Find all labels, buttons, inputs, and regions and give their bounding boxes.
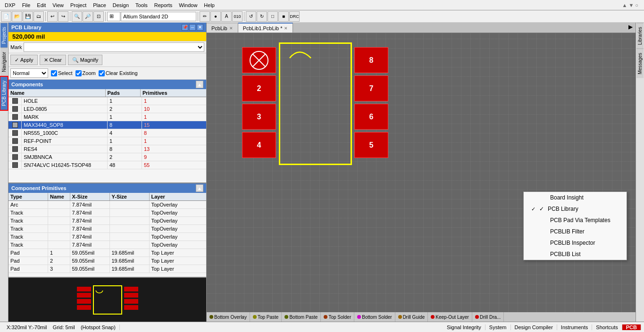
component-row[interactable]: LED-0805 2 10 bbox=[8, 105, 206, 113]
open-btn[interactable]: 📂 bbox=[12, 11, 22, 22]
comp-row-primitives: 1 bbox=[142, 97, 206, 105]
expand-tabs[interactable]: ▶ bbox=[626, 23, 636, 33]
menu-project[interactable]: Project bbox=[67, 1, 89, 9]
close-pcblib-tab[interactable]: ✕ bbox=[229, 26, 233, 31]
menu-edit[interactable]: Edit bbox=[34, 1, 49, 9]
top-paste-dot bbox=[253, 315, 257, 319]
layer-bottom-solder[interactable]: Bottom Solder bbox=[354, 312, 395, 322]
shortcuts-tab[interactable]: Shortcuts bbox=[592, 324, 622, 330]
component-row[interactable]: MARK 1 1 bbox=[8, 113, 206, 121]
menu-window[interactable]: Window bbox=[176, 1, 200, 9]
fill-btn[interactable]: ■ bbox=[278, 11, 289, 22]
num-btn[interactable]: 010 bbox=[232, 11, 243, 22]
component-row[interactable]: RES4 8 13 bbox=[8, 145, 206, 153]
clear-button[interactable]: ✕ Clear bbox=[40, 55, 66, 65]
magnify-button[interactable]: 🔍 Magnify bbox=[68, 55, 103, 65]
prim-layer: TopOverlay bbox=[150, 233, 207, 241]
libraries-tab[interactable]: Libraries bbox=[636, 23, 644, 49]
apply-button[interactable]: ✓ Apply bbox=[10, 55, 38, 65]
text-btn[interactable]: A bbox=[221, 11, 232, 22]
primitive-row[interactable]: Track 7.874mil TopOverlay bbox=[8, 225, 206, 233]
clear-existing-checkbox[interactable] bbox=[99, 70, 105, 76]
zoom-in-btn[interactable]: 🔍 bbox=[72, 11, 82, 22]
design-compiler-tab[interactable]: Design Compiler bbox=[511, 324, 557, 330]
menu-dxp[interactable]: DXP bbox=[2, 1, 18, 9]
tab-pcblib1[interactable]: PcbLib1.PcbLib * ✕ bbox=[238, 23, 293, 33]
layer-keepout[interactable]: Keep-Out Layer bbox=[428, 312, 472, 322]
canvas-area[interactable]: PcbLib ✕ PcbLib1.PcbLib * ✕ ▶ 2 3 bbox=[207, 23, 636, 322]
primitive-row[interactable]: Pad 1 59.055mil 19.685mil Top Layer bbox=[8, 249, 206, 257]
mark-select[interactable] bbox=[24, 42, 204, 52]
menu-pcblib-filter[interactable]: PCBLIB Filter bbox=[524, 226, 627, 237]
menu-file[interactable]: File bbox=[19, 1, 33, 9]
pcblib-side-tab[interactable]: PCB Library bbox=[0, 76, 8, 111]
select-checkbox-label[interactable]: Select bbox=[51, 70, 73, 76]
menu-pcblib-list[interactable]: PCBLIB List bbox=[524, 249, 627, 260]
zoom-checkbox[interactable] bbox=[75, 70, 82, 76]
zoom-checkbox-label[interactable]: Zoom bbox=[75, 70, 96, 76]
signal-integrity-tab[interactable]: Signal Integrity bbox=[443, 324, 485, 330]
scroll-up-primitives[interactable]: ▲ bbox=[196, 184, 203, 192]
projects-tab[interactable]: Projects bbox=[0, 23, 8, 48]
component-row[interactable]: REF-POINT 1 1 bbox=[8, 137, 206, 145]
layer-bottom-overlay[interactable]: Bottom Overlay bbox=[207, 312, 250, 322]
component-row[interactable]: NR555_1000C 4 8 bbox=[8, 129, 206, 137]
component-row[interactable]: SN74ALVC H16245-TSOP48 48 55 bbox=[8, 161, 206, 169]
pcb-tab[interactable]: PCB bbox=[622, 324, 641, 330]
arc2-btn[interactable]: ↻ bbox=[257, 11, 267, 22]
close-pcblib1-tab[interactable]: ✕ bbox=[284, 26, 288, 31]
close-panel-btn[interactable]: ✕ bbox=[197, 24, 203, 31]
layer-top-paste[interactable]: Top Paste bbox=[250, 312, 282, 322]
dot-btn[interactable]: ● bbox=[210, 11, 221, 22]
save-all-btn[interactable]: 🗂 bbox=[33, 11, 44, 22]
primitive-row[interactable]: Pad 3 59.055mil 19.685mil Top Layer bbox=[8, 265, 206, 273]
wire-btn[interactable]: ✏ bbox=[200, 11, 210, 22]
undo-btn[interactable]: ↩ bbox=[47, 11, 58, 22]
clear-existing-checkbox-label[interactable]: Clear Existing bbox=[99, 70, 138, 76]
layer-bottom-paste[interactable]: Bottom Paste bbox=[282, 312, 321, 322]
layer-top-solder[interactable]: Top Solder bbox=[321, 312, 354, 322]
navigator-tab[interactable]: Navigator bbox=[0, 48, 8, 76]
grid-dropdown[interactable]: ⊞ bbox=[107, 12, 120, 21]
drc-btn[interactable]: DRC bbox=[289, 11, 300, 22]
pin-btn[interactable]: 📌 bbox=[182, 24, 188, 31]
mode-select[interactable]: Normal bbox=[10, 68, 48, 78]
box-btn[interactable]: □ bbox=[268, 11, 278, 22]
primitive-row[interactable]: Arc 7.874mil TopOverlay bbox=[8, 201, 206, 209]
component-row[interactable]: MAX3440_SOP8 8 15 bbox=[8, 121, 206, 129]
menu-pcb-library[interactable]: ✓ PCB Library bbox=[524, 203, 627, 215]
tab-pcblib[interactable]: PcbLib ✕ bbox=[207, 23, 238, 33]
layer-drill-guide[interactable]: Drill Guide bbox=[395, 312, 428, 322]
menu-help[interactable]: Help bbox=[201, 1, 217, 9]
arc-btn[interactable]: ↺ bbox=[246, 11, 256, 22]
menu-design[interactable]: Design bbox=[110, 1, 132, 9]
layer-drill-dra[interactable]: Drill Dra... bbox=[472, 312, 504, 322]
save-btn[interactable]: 💾 bbox=[23, 11, 33, 22]
select-checkbox[interactable] bbox=[51, 70, 57, 76]
zoom-fit-btn[interactable]: ⊡ bbox=[93, 11, 104, 22]
primitive-row[interactable]: Track 7.874mil TopOverlay bbox=[8, 241, 206, 249]
redo-btn[interactable]: ↪ bbox=[58, 11, 68, 22]
menu-reports[interactable]: Reports bbox=[151, 1, 176, 9]
component-row[interactable]: SMJBNNCA 2 9 bbox=[8, 153, 206, 161]
menu-tools[interactable]: Tools bbox=[133, 1, 151, 9]
menu-pcb-pad-via[interactable]: PCB Pad Via Templates bbox=[524, 215, 627, 226]
scheme-dropdown[interactable]: Altium Standard 2D bbox=[121, 12, 196, 21]
primitive-row[interactable]: Track 7.874mil TopOverlay bbox=[8, 217, 206, 225]
new-btn[interactable]: 📄 bbox=[1, 11, 11, 22]
menu-board-insight[interactable]: Board Insight bbox=[524, 192, 627, 203]
messages-tab[interactable]: Messages bbox=[636, 49, 644, 78]
zoom-out-btn[interactable]: 🔎 bbox=[83, 11, 93, 22]
scroll-up-components[interactable]: ▲ bbox=[196, 81, 203, 88]
canvas-bg[interactable]: 2 3 4 8 7 6 5 bbox=[207, 33, 636, 312]
menu-view[interactable]: View bbox=[50, 1, 67, 9]
primitive-row[interactable]: Track 7.874mil TopOverlay bbox=[8, 209, 206, 217]
component-row[interactable]: HOLE 1 1 bbox=[8, 97, 206, 105]
menu-pcblib-inspector[interactable]: PCBLIB Inspector bbox=[524, 237, 627, 249]
primitive-row[interactable]: Track 7.874mil TopOverlay bbox=[8, 233, 206, 241]
minimize-btn[interactable]: ─ bbox=[189, 24, 196, 31]
system-tab[interactable]: System bbox=[485, 324, 511, 330]
menu-place[interactable]: Place bbox=[90, 1, 109, 9]
instruments-tab[interactable]: Instruments bbox=[557, 324, 592, 330]
primitive-row[interactable]: Pad 2 59.055mil 19.685mil Top Layer bbox=[8, 257, 206, 265]
